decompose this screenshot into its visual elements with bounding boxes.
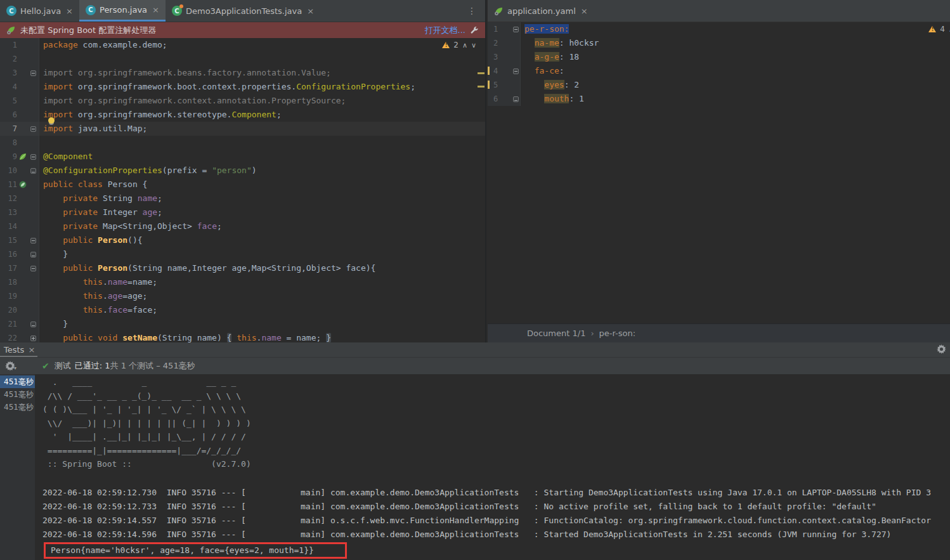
line-number[interactable]: 3 [488,50,502,64]
fold-marker-icon[interactable] [513,96,519,102]
code-text[interactable]: import org.springframework.beans.factory… [39,66,485,80]
line-number[interactable]: 3 [0,66,17,80]
line-number[interactable]: 6 [0,108,17,122]
test-duration-row[interactable]: 451毫秒 [0,401,35,413]
close-icon[interactable]: × [581,6,588,16]
fold-marker-icon[interactable] [513,68,519,74]
spring-bean-icon[interactable] [17,178,29,192]
yaml-editor[interactable]: 1pe-r-son:2 na-me: h0cksr3 a-g-e: 184 fa… [488,22,950,323]
code-text[interactable]: private Integer age; [39,205,485,219]
intention-bulb-icon[interactable] [48,117,55,124]
code-text[interactable]: public void setName(String name) { this.… [39,331,485,342]
chevron-down-icon[interactable]: ∨ [471,41,476,49]
code-text[interactable]: na-me: h0cksr [521,36,950,50]
line-number[interactable]: 4 [0,80,17,94]
test-duration-row[interactable]: 451毫秒 [0,388,35,401]
code-line[interactable]: 14 private Map<String,Object> face; [0,219,485,233]
line-number[interactable]: 2 [0,52,17,66]
line-number[interactable]: 18 [0,275,17,289]
code-line[interactable]: 3 a-g-e: 18 [488,50,950,64]
code-line[interactable]: 22 public void setName(String name) { th… [0,331,485,342]
wrench-icon[interactable] [470,26,479,35]
tab-options-kebab-icon[interactable]: ⋮ [459,0,485,22]
close-icon[interactable]: × [152,5,159,15]
line-number[interactable]: 2 [488,36,502,50]
tab-person-java[interactable]: C Person.java × [79,0,166,22]
line-number[interactable]: 5 [0,94,17,108]
code-text[interactable]: } [39,317,485,331]
fold-marker-icon[interactable] [30,238,36,244]
line-number[interactable]: 1 [488,22,502,36]
code-text[interactable]: mouth: 1 [521,92,950,106]
fold-marker-icon[interactable] [30,154,36,160]
open-docs-link[interactable]: 打开文档... [425,25,465,36]
code-text[interactable]: pe-r-son: [521,22,950,36]
test-settings-gear-icon[interactable]: ▾ [0,361,20,371]
code-text[interactable]: @Component [39,150,485,164]
line-number[interactable]: 10 [0,164,17,178]
fold-marker-icon[interactable] [30,126,36,132]
code-line[interactable]: 18 this.name=name; [0,275,485,289]
line-number[interactable]: 8 [0,136,17,150]
fold-marker-icon[interactable] [30,322,36,327]
code-line[interactable]: 6 mouth: 1 [488,92,950,106]
warning-stripe-mark[interactable] [478,72,485,74]
tab-application-yaml[interactable]: application.yaml × [488,0,594,22]
code-text[interactable]: import org.springframework.stereotype.Co… [39,108,485,122]
line-number[interactable]: 20 [0,303,17,317]
code-text[interactable] [39,136,485,150]
line-number[interactable]: 6 [488,92,502,106]
tab-hello-java[interactable]: C Hello.java × [0,0,79,22]
code-text[interactable]: a-g-e: 18 [521,50,950,64]
code-text[interactable]: import org.springframework.context.annot… [39,94,485,108]
code-line[interactable]: 13 private Integer age; [0,205,485,219]
code-line[interactable]: 4 fa-ce: [488,64,950,78]
code-text[interactable]: import java.util.Map; [39,122,485,136]
line-number[interactable]: 4 [488,64,502,78]
close-icon[interactable]: × [66,6,73,16]
inspection-widget[interactable]: 4 ∧ [928,25,950,34]
fold-marker-icon[interactable] [30,70,36,76]
code-text[interactable]: this.face=face; [39,303,485,317]
code-text[interactable]: this.name=name; [39,275,485,289]
code-line[interactable]: 7import java.util.Map; [0,122,485,136]
code-line[interactable]: 3import org.springframework.beans.factor… [0,66,485,80]
code-text[interactable]: public Person(String name,Integer age,Ma… [39,261,485,275]
gear-icon[interactable] [937,344,946,354]
line-number[interactable]: 1 [0,38,17,52]
code-text[interactable]: eyes: 2 [521,78,950,92]
warning-stripe-mark[interactable] [478,86,485,88]
test-console[interactable]: . ____ _ __ _ _ /\\ / ___'_ __ _ _(_)_ _… [35,374,950,560]
line-number[interactable]: 14 [0,219,17,233]
code-text[interactable]: } [39,247,485,261]
chevron-up-icon[interactable]: ∧ [462,41,467,49]
code-text[interactable] [39,52,485,66]
inspection-widget[interactable]: 2 ∧ ∨ [442,41,476,49]
code-text[interactable]: @ConfigurationProperties(prefix = "perso… [39,164,485,178]
code-line[interactable]: 16 } [0,247,485,261]
code-line[interactable]: 1pe-r-son: [488,22,950,36]
code-text[interactable]: package com.example.demo; [39,38,485,52]
fold-marker-icon[interactable] [30,266,36,271]
code-line[interactable]: 10@ConfigurationProperties(prefix = "per… [0,164,485,178]
code-line[interactable]: 2 [0,52,485,66]
line-number[interactable]: 17 [0,261,17,275]
tab-tests[interactable]: Tests × [0,345,37,357]
close-icon[interactable]: × [307,6,314,16]
code-line[interactable]: 5 eyes: 2 [488,78,950,92]
line-number[interactable]: 22 [0,331,17,342]
line-number[interactable]: 19 [0,289,17,303]
code-line[interactable]: 15 public Person(){ [0,233,485,247]
code-text[interactable]: this.age=age; [39,289,485,303]
code-line[interactable]: 1package com.example.demo; [0,38,485,52]
code-text[interactable]: fa-ce: [521,64,950,78]
code-line[interactable]: 8 [0,136,485,150]
code-line[interactable]: 6import org.springframework.stereotype.C… [0,108,485,122]
close-icon[interactable]: × [28,345,35,355]
line-number[interactable]: 12 [0,192,17,205]
breadcrumb-node[interactable]: pe-r-son: [599,329,636,338]
code-line[interactable]: 11public class Person { [0,178,485,192]
line-number[interactable]: 7 [0,122,17,136]
spring-leaf-icon[interactable] [17,150,29,164]
line-number[interactable]: 13 [0,205,17,219]
